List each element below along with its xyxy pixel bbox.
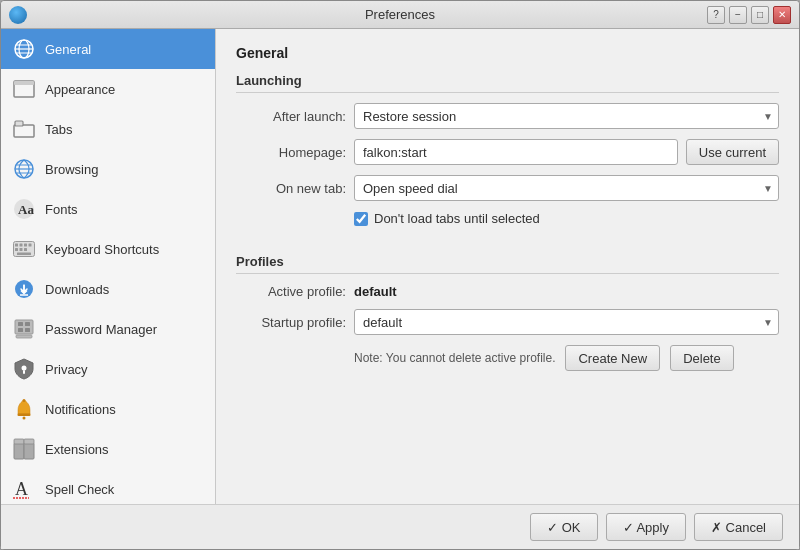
svg-rect-28 — [15, 320, 33, 334]
svg-rect-30 — [25, 322, 30, 326]
titlebar-left — [9, 6, 27, 24]
password-icon — [13, 318, 35, 340]
sidebar-label-spellcheck: Spell Check — [45, 482, 114, 497]
ok-button[interactable]: ✓ OK — [530, 513, 597, 541]
note-text: Note: You cannot delete active profile. — [354, 351, 555, 365]
notifications-icon — [13, 398, 35, 420]
section-title: General — [236, 45, 779, 61]
svg-rect-20 — [15, 248, 18, 251]
svg-rect-18 — [24, 244, 27, 247]
svg-rect-17 — [20, 244, 23, 247]
sidebar-label-browsing: Browsing — [45, 162, 98, 177]
startup-profile-select-wrapper: default ▼ — [354, 309, 779, 335]
on-new-tab-label: On new tab: — [236, 181, 346, 196]
sidebar-item-browsing[interactable]: Browsing — [1, 149, 215, 189]
sidebar-item-spell-check[interactable]: A Spell Check — [1, 469, 215, 504]
cancel-button[interactable]: ✗ Cancel — [694, 513, 783, 541]
extensions-icon — [13, 438, 35, 460]
sidebar-label-tabs: Tabs — [45, 122, 72, 137]
fonts-icon: Aa — [13, 198, 35, 220]
sidebar-item-notifications[interactable]: Notifications — [1, 389, 215, 429]
minimize-button[interactable]: − — [729, 6, 747, 24]
profiles-section: Profiles Active profile: default Startup… — [236, 254, 779, 371]
delete-button[interactable]: Delete — [670, 345, 734, 371]
homepage-input[interactable] — [354, 139, 678, 165]
after-launch-select[interactable]: Restore session New window Homepage Blan… — [354, 103, 779, 129]
svg-rect-40 — [24, 443, 34, 459]
sidebar-label-general: General — [45, 42, 91, 57]
sidebar-item-downloads[interactable]: Downloads — [1, 269, 215, 309]
app-icon — [9, 6, 27, 24]
main-panel: General Launching After launch: Restore … — [216, 29, 799, 504]
svg-text:A: A — [15, 479, 28, 499]
sidebar-item-general[interactable]: General — [1, 29, 215, 69]
svg-rect-21 — [20, 248, 23, 251]
sidebar-label-password: Password Manager — [45, 322, 157, 337]
dont-load-row: Don't load tabs until selected — [354, 211, 779, 226]
on-new-tab-select[interactable]: Open speed dial Blank page Homepage — [354, 175, 779, 201]
create-new-button[interactable]: Create New — [565, 345, 660, 371]
svg-rect-6 — [14, 81, 34, 85]
apply-button[interactable]: ✓ Apply — [606, 513, 686, 541]
svg-rect-31 — [18, 328, 23, 332]
titlebar-controls: ? − □ ✕ — [707, 6, 791, 24]
note-row: Note: You cannot delete active profile. … — [354, 345, 779, 371]
svg-rect-42 — [24, 439, 34, 444]
sidebar-label-privacy: Privacy — [45, 362, 88, 377]
sidebar-item-extensions[interactable]: Extensions — [1, 429, 215, 469]
close-button[interactable]: ✕ — [773, 6, 791, 24]
profiles-title: Profiles — [236, 254, 779, 274]
spellcheck-icon: A — [13, 478, 35, 500]
use-current-button[interactable]: Use current — [686, 139, 779, 165]
general-icon — [13, 38, 35, 60]
on-new-tab-select-wrapper: Open speed dial Blank page Homepage ▼ — [354, 175, 779, 201]
sidebar-label-extensions: Extensions — [45, 442, 109, 457]
sidebar-label-keyboard: Keyboard Shortcuts — [45, 242, 159, 257]
svg-rect-23 — [17, 253, 31, 256]
launching-title: Launching — [236, 73, 779, 93]
svg-rect-36 — [18, 414, 31, 417]
privacy-icon — [13, 358, 35, 380]
downloads-icon — [13, 278, 35, 300]
homepage-label: Homepage: — [236, 145, 346, 160]
browsing-icon — [13, 158, 35, 180]
svg-rect-41 — [14, 439, 24, 444]
after-launch-label: After launch: — [236, 109, 346, 124]
svg-rect-7 — [14, 125, 34, 137]
sidebar-label-appearance: Appearance — [45, 82, 115, 97]
startup-profile-select[interactable]: default — [354, 309, 779, 335]
svg-rect-39 — [14, 443, 24, 459]
sidebar-item-appearance[interactable]: Appearance — [1, 69, 215, 109]
sidebar: General Appearance — [1, 29, 216, 504]
dont-load-checkbox[interactable] — [354, 212, 368, 226]
svg-text:Aa: Aa — [18, 202, 34, 217]
tabs-icon — [13, 118, 35, 140]
svg-point-37 — [23, 417, 26, 420]
titlebar: Preferences ? − □ ✕ — [1, 1, 799, 29]
on-new-tab-row: On new tab: Open speed dial Blank page H… — [236, 175, 779, 201]
sidebar-label-notifications: Notifications — [45, 402, 116, 417]
help-button[interactable]: ? — [707, 6, 725, 24]
startup-profile-label: Startup profile: — [236, 315, 346, 330]
sidebar-label-fonts: Fonts — [45, 202, 78, 217]
svg-rect-33 — [16, 335, 32, 338]
sidebar-label-downloads: Downloads — [45, 282, 109, 297]
active-profile-value: default — [354, 284, 397, 299]
svg-rect-8 — [15, 121, 23, 126]
startup-profile-row: Startup profile: default ▼ — [236, 309, 779, 335]
preferences-window: Preferences ? − □ ✕ G — [0, 0, 800, 550]
sidebar-item-keyboard-shortcuts[interactable]: Keyboard Shortcuts — [1, 229, 215, 269]
footer: ✓ OK ✓ Apply ✗ Cancel — [1, 504, 799, 549]
homepage-row: Homepage: Use current — [236, 139, 779, 165]
svg-rect-29 — [18, 322, 23, 326]
svg-rect-16 — [15, 244, 18, 247]
content-area: General Appearance — [1, 29, 799, 504]
svg-point-34 — [22, 366, 27, 371]
svg-rect-35 — [23, 370, 25, 374]
sidebar-item-fonts[interactable]: Aa Fonts — [1, 189, 215, 229]
sidebar-item-privacy[interactable]: Privacy — [1, 349, 215, 389]
sidebar-item-password-manager[interactable]: Password Manager — [1, 309, 215, 349]
maximize-button[interactable]: □ — [751, 6, 769, 24]
sidebar-item-tabs[interactable]: Tabs — [1, 109, 215, 149]
window-title: Preferences — [365, 7, 435, 22]
